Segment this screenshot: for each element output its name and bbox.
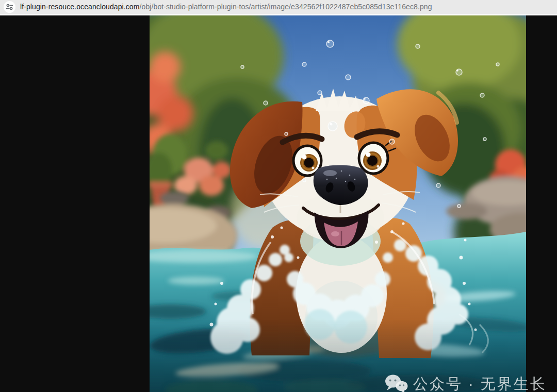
tune-icon: [6, 3, 13, 11]
image-viewer-stage: 公众号 · 无界生长: [0, 15, 557, 392]
dog-photo-illustration: [150, 15, 526, 392]
viewed-image[interactable]: [150, 15, 526, 392]
page-top-edge: [0, 14, 557, 15]
url-path: /obj/bot-studio-platform-plugin-tos/arti…: [140, 3, 432, 11]
address-url-text[interactable]: lf-plugin-resouce.oceancloudapi.com/obj/…: [20, 0, 432, 14]
url-domain: lf-plugin-resouce.oceancloudapi.com: [20, 3, 140, 11]
site-settings-button[interactable]: [4, 1, 15, 13]
browser-url-bar[interactable]: lf-plugin-resouce.oceancloudapi.com/obj/…: [0, 0, 557, 14]
